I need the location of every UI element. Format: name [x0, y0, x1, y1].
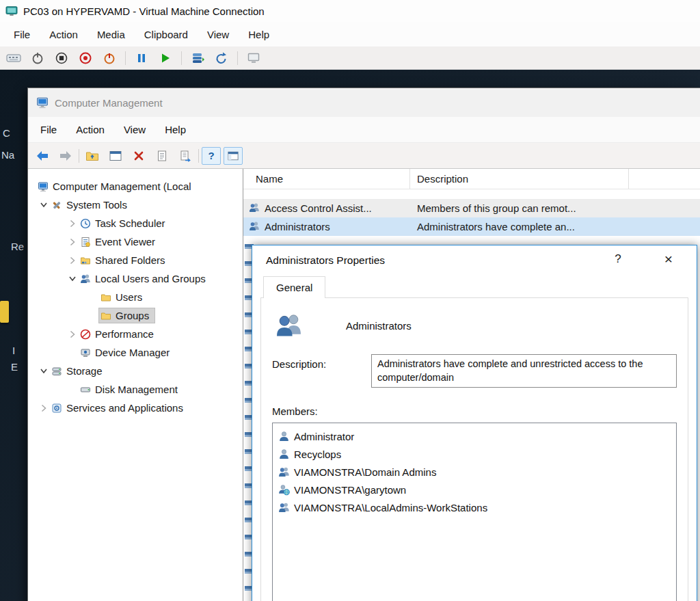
local-users-groups-icon — [80, 273, 91, 284]
menu-file[interactable]: File — [4, 23, 40, 46]
desktop-text-fragment: E — [11, 361, 18, 373]
description-row: Description: Administrators have complet… — [272, 354, 677, 388]
menu-action[interactable]: Action — [40, 23, 88, 46]
list-row-administrators[interactable]: Administrators Administrators have compl… — [243, 217, 700, 236]
mmc-menu-action[interactable]: Action — [66, 118, 114, 141]
hyperv-titlebar: PC03 on HYPERVAMD - Virtual Machine Conn… — [0, 0, 700, 22]
computer-management-icon — [38, 181, 49, 192]
ctrl-alt-del-icon[interactable] — [5, 50, 22, 66]
tab-general[interactable]: General — [263, 276, 325, 298]
system-tools-icon — [51, 200, 62, 211]
column-header-name[interactable]: Name — [243, 169, 410, 189]
toolbar-separator — [125, 51, 126, 65]
chevron-collapsed-icon[interactable] — [66, 238, 79, 246]
export-list-icon[interactable] — [175, 146, 196, 165]
device-manager-icon — [80, 347, 91, 358]
task-scheduler-icon — [80, 218, 91, 229]
desktop-icon-fragment — [0, 301, 9, 323]
tree-item-system-tools[interactable]: System Tools — [28, 196, 243, 214]
tree-item-label: System Tools — [66, 199, 127, 211]
column-header-description[interactable]: Description — [410, 169, 629, 189]
toolbar-separator — [181, 51, 182, 65]
tree-item-label: Computer Management (Local — [53, 181, 191, 192]
dialog-tabs: General — [252, 276, 697, 297]
member-row-recyclops[interactable]: Recyclops — [275, 445, 673, 463]
folder-icon — [100, 310, 111, 321]
group-icon — [249, 221, 260, 232]
user-icon — [278, 449, 290, 460]
delete-icon[interactable] — [129, 146, 149, 165]
tree-item-users[interactable]: Users — [28, 288, 243, 306]
member-name: Administrator — [294, 431, 354, 442]
member-row-domain-admins[interactable]: VIAMONSTRA\Domain Admins — [275, 463, 673, 481]
start-icon[interactable] — [157, 50, 174, 66]
tree-item-groups[interactable]: Groups — [28, 306, 243, 325]
menu-help[interactable]: Help — [239, 23, 279, 46]
mmc-menu-view[interactable]: View — [114, 118, 155, 141]
back-icon[interactable] — [32, 146, 53, 165]
show-console-tree-icon[interactable] — [224, 147, 243, 165]
tree-item-local-users-and-groups[interactable]: Local Users and Groups — [28, 269, 243, 288]
menu-media[interactable]: Media — [88, 23, 135, 46]
chevron-collapsed-icon[interactable] — [66, 256, 79, 265]
help-icon[interactable]: ? — [202, 147, 221, 165]
chevron-collapsed-icon[interactable] — [66, 219, 79, 228]
member-name: VIAMONSTRA\LocalAdmins-WorkStations — [294, 502, 487, 513]
user-icon — [278, 431, 290, 442]
storage-icon — [51, 366, 62, 377]
pause-icon[interactable] — [133, 50, 150, 66]
mmc-menu-help[interactable]: Help — [155, 118, 196, 141]
group-name-cell: Access Control Assist... — [265, 202, 372, 214]
tree-item-services-and-applications[interactable]: Services and Applications — [28, 399, 243, 417]
console-window-icon[interactable] — [105, 146, 126, 165]
tree-item-label: Groups — [116, 310, 149, 321]
member-row-garytown[interactable]: VIAMONSTRA\garytown — [275, 481, 673, 498]
up-folder-icon[interactable] — [82, 146, 103, 165]
stop-icon[interactable] — [53, 50, 70, 66]
tree-item-device-manager[interactable]: Device Manager — [28, 343, 243, 362]
dialog-titlebar: Administrators Properties ? × — [252, 245, 697, 276]
menu-clipboard[interactable]: Clipboard — [135, 23, 198, 46]
dialog-page: Administrators Description: Administrato… — [260, 297, 688, 601]
chevron-expanded-icon[interactable] — [66, 276, 79, 282]
turn-off-icon[interactable] — [77, 50, 94, 66]
tree-item-performance[interactable]: Performance — [28, 325, 243, 343]
mmc-window-title: Computer Management — [55, 97, 163, 109]
close-icon[interactable]: × — [658, 251, 679, 267]
hyperv-toolbar — [0, 46, 700, 70]
chevron-collapsed-icon[interactable] — [66, 330, 79, 338]
menu-view[interactable]: View — [198, 23, 239, 46]
user-globe-icon — [278, 484, 290, 496]
revert-icon[interactable] — [213, 50, 230, 66]
tree-item-event-viewer[interactable]: Event Viewer — [28, 232, 243, 251]
description-input[interactable]: Administrators have complete and unrestr… — [371, 354, 677, 388]
member-row-localadmins-workstations[interactable]: VIAMONSTRA\LocalAdmins-WorkStations — [275, 498, 673, 516]
tree-item-label: Disk Management — [95, 384, 178, 395]
desktop-text-fragment: C — [3, 127, 10, 139]
group-icon — [278, 466, 290, 478]
toolbar-separator — [198, 149, 199, 163]
checkpoint-icon[interactable] — [189, 50, 206, 66]
mmc-menu-file[interactable]: File — [31, 118, 66, 141]
properties-icon[interactable] — [152, 146, 172, 165]
enhanced-session-icon[interactable] — [245, 50, 262, 66]
console-tree-pane: Computer Management (Local System Tools — [28, 169, 243, 601]
chevron-expanded-icon[interactable] — [38, 368, 50, 375]
forward-icon[interactable] — [55, 146, 76, 165]
tree-item-disk-management[interactable]: Disk Management — [28, 380, 243, 399]
power-icon[interactable] — [29, 50, 46, 66]
toolbar-separator — [79, 149, 79, 163]
tree-item-label: Performance — [95, 328, 154, 340]
chevron-collapsed-icon[interactable] — [38, 404, 50, 412]
tree-item-storage[interactable]: Storage — [28, 362, 243, 380]
dialog-help-button[interactable]: ? — [608, 252, 628, 266]
tree-item-shared-folders[interactable]: Shared Folders — [28, 251, 243, 269]
save-state-icon[interactable] — [101, 50, 118, 66]
member-row-administrator[interactable]: Administrator — [275, 427, 673, 445]
tree-item-computer-management[interactable]: Computer Management (Local — [28, 177, 243, 196]
list-row-access-control-assistance[interactable]: Access Control Assist... Members of this… — [243, 199, 700, 217]
members-list[interactable]: Administrator Recyclops VIAMONSTRA\Domai… — [272, 423, 677, 601]
tree-item-task-scheduler[interactable]: Task Scheduler — [28, 214, 243, 232]
chevron-expanded-icon[interactable] — [38, 202, 50, 209]
list-rows: Access Control Assist... Members of this… — [243, 189, 700, 236]
